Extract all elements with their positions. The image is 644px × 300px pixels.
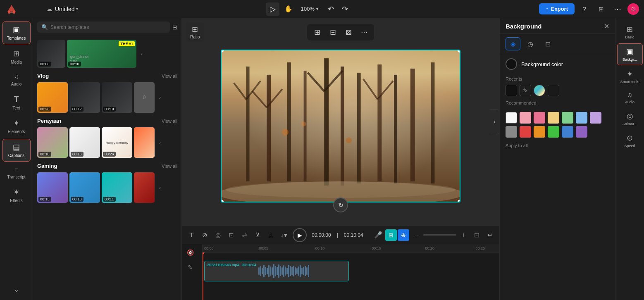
- canvas-fit-btn[interactable]: ⊞: [310, 26, 324, 39]
- handle-bottom-left[interactable]: [221, 200, 224, 202]
- bg-recent-black[interactable]: [506, 85, 517, 96]
- bg-panel-close-btn[interactable]: ✕: [604, 22, 609, 30]
- bg-tab-gradient[interactable]: ◷: [523, 37, 538, 50]
- stack-btn[interactable]: ⊞: [594, 2, 608, 16]
- tl-split-btn[interactable]: ⊕: [398, 229, 409, 241]
- rec-swatch-purple2[interactable]: [576, 126, 587, 138]
- bg-tab-image[interactable]: ⊡: [540, 37, 555, 50]
- perayaan-thumb-1[interactable]: 00:16: [37, 127, 68, 158]
- tl-return-btn[interactable]: ↩: [484, 229, 496, 241]
- perayaan-view-all[interactable]: View all: [162, 119, 177, 124]
- sidebar-more-btn[interactable]: ⌄: [10, 282, 22, 297]
- vlog-thumb-1[interactable]: 00:28: [37, 82, 68, 113]
- gaming-thumb-3[interactable]: 00:11: [102, 172, 132, 203]
- search-box[interactable]: 🔍: [37, 21, 170, 33]
- export-button[interactable]: ↑ Export: [539, 3, 575, 14]
- tl-edit-btn[interactable]: ✎: [184, 261, 197, 274]
- canvas-scale-btn[interactable]: ⊠: [342, 26, 355, 39]
- bg-recent-dark[interactable]: [548, 85, 559, 96]
- handle-bottom-right[interactable]: [458, 200, 460, 202]
- perayaan-thumb-2[interactable]: 00:16: [69, 127, 100, 158]
- vlog-thumb-2[interactable]: 00:12: [69, 82, 100, 113]
- tl-mute-btn[interactable]: 🔇: [184, 246, 197, 259]
- tl-extract-btn[interactable]: ⊥: [265, 229, 277, 241]
- perayaan-arrow-right[interactable]: ›: [156, 130, 164, 155]
- sidebar-item-effects[interactable]: ✶ Effects: [2, 184, 31, 206]
- gaming-thumb-4[interactable]: [134, 172, 155, 203]
- gaming-thumb-2[interactable]: 00:13: [69, 172, 100, 203]
- sidebar-item-media[interactable]: ⊞ Media: [2, 46, 31, 68]
- canvas-rotate-btn[interactable]: ↻: [333, 198, 348, 212]
- tl-trim-btn[interactable]: ⊤: [185, 229, 198, 241]
- video-track[interactable]: 20231106I543.mp4 00:10:04: [204, 261, 349, 281]
- tl-mic-btn[interactable]: 🎤: [372, 229, 384, 241]
- timeline-playhead[interactable]: [203, 252, 203, 300]
- vlog-view-all[interactable]: View all: [162, 74, 177, 79]
- rec-swatch-gray[interactable]: [506, 126, 517, 138]
- gaming-thumb-1[interactable]: 00:13: [37, 172, 68, 203]
- select-tool-btn[interactable]: ▷: [266, 2, 279, 16]
- gaming-arrow-right[interactable]: ›: [156, 175, 164, 200]
- bg-apply-all-btn[interactable]: Apply to all: [506, 143, 528, 148]
- sidebar-item-audio[interactable]: ♫ Audio: [2, 69, 31, 90]
- rec-swatch-pink[interactable]: [534, 112, 545, 124]
- sidebar-item-elements[interactable]: ✦ Elements: [2, 115, 31, 137]
- tl-zoom-slider[interactable]: [423, 234, 456, 236]
- ratio-button[interactable]: ⊞ Ratio: [186, 22, 204, 42]
- tl-delete-btn[interactable]: ⊘: [198, 229, 211, 241]
- rec-swatch-blue[interactable]: [576, 112, 587, 124]
- vlog-thumb-4[interactable]: 0: [134, 82, 155, 113]
- sidebar-item-templates[interactable]: ▣ Templates: [2, 21, 31, 44]
- far-item-animation[interactable]: ◎ Animat...: [617, 108, 643, 129]
- gaming-view-all[interactable]: View all: [162, 164, 177, 169]
- tl-expand-btn[interactable]: ⊡: [470, 229, 483, 241]
- tl-split-tools-btn[interactable]: ⊻: [251, 229, 264, 241]
- rec-swatch-green2[interactable]: [548, 126, 559, 138]
- handle-top-right[interactable]: [458, 50, 460, 52]
- sidebar-item-transcript[interactable]: ≡ Transcript: [2, 163, 31, 183]
- featured-thumb-1[interactable]: 00:08: [37, 40, 65, 68]
- rec-swatch-pink-light[interactable]: [520, 112, 531, 124]
- tl-download-btn[interactable]: ↓▾: [278, 229, 290, 241]
- bg-tab-color[interactable]: ◈: [506, 37, 520, 50]
- rec-swatch-green[interactable]: [562, 112, 573, 124]
- search-input[interactable]: [50, 24, 166, 30]
- project-name-btn[interactable]: Untitled ▾: [55, 6, 78, 12]
- bg-recent-gradient[interactable]: [534, 85, 545, 96]
- far-item-background[interactable]: ▣ Backgr...: [617, 43, 643, 65]
- vlog-arrow-right[interactable]: ›: [156, 85, 164, 110]
- far-item-basic[interactable]: ⊞ Basic: [617, 21, 643, 43]
- canvas-crop-btn[interactable]: ⊟: [326, 26, 339, 39]
- filter-btn[interactable]: ⊟: [172, 24, 177, 31]
- far-item-speed[interactable]: ⊙ Speed: [617, 130, 643, 151]
- tl-flip-btn[interactable]: ⇌: [238, 229, 250, 241]
- perayaan-thumb-4[interactable]: [134, 127, 155, 158]
- avatar[interactable]: 🌺: [627, 3, 639, 15]
- featured-thumb-2[interactable]: gen_dinner y life THE #1 00:10: [67, 40, 136, 68]
- rec-swatch-orange[interactable]: [534, 126, 545, 138]
- featured-arrow-right[interactable]: ›: [138, 41, 145, 66]
- zoom-control[interactable]: 100% ▾: [298, 4, 322, 14]
- hand-tool-btn[interactable]: ✋: [282, 2, 295, 16]
- sidebar-item-text[interactable]: T Text: [2, 91, 31, 114]
- tl-zoom-minus-btn[interactable]: −: [410, 229, 422, 241]
- tl-play-btn[interactable]: ▶: [293, 228, 307, 242]
- rec-swatch-red[interactable]: [520, 126, 531, 138]
- rec-swatch-yellow[interactable]: [548, 112, 559, 124]
- tl-crop-btn[interactable]: ⊡: [225, 229, 237, 241]
- bg-recent-eyedropper[interactable]: ✎: [520, 85, 531, 96]
- tl-copy-btn[interactable]: ◎: [212, 229, 224, 241]
- collapse-panel-btn[interactable]: ‹: [490, 110, 499, 134]
- bg-color-swatch[interactable]: [506, 58, 517, 70]
- sidebar-item-captions[interactable]: ▤ Captions: [2, 139, 31, 162]
- vlog-thumb-3[interactable]: 00:19: [102, 82, 132, 113]
- tl-caption-btn[interactable]: ⊞: [385, 229, 397, 241]
- rec-swatch-blue2[interactable]: [562, 126, 573, 138]
- help-btn[interactable]: ?: [578, 2, 591, 16]
- canvas-more-btn[interactable]: ⋯: [358, 26, 371, 39]
- app-logo[interactable]: [5, 2, 18, 16]
- far-item-audio[interactable]: ♫ Audio: [617, 88, 643, 107]
- rec-swatch-purple[interactable]: [590, 112, 601, 124]
- perayaan-thumb-3[interactable]: Happy Birthday 00:26: [102, 127, 132, 158]
- undo-btn[interactable]: ↶: [324, 2, 337, 16]
